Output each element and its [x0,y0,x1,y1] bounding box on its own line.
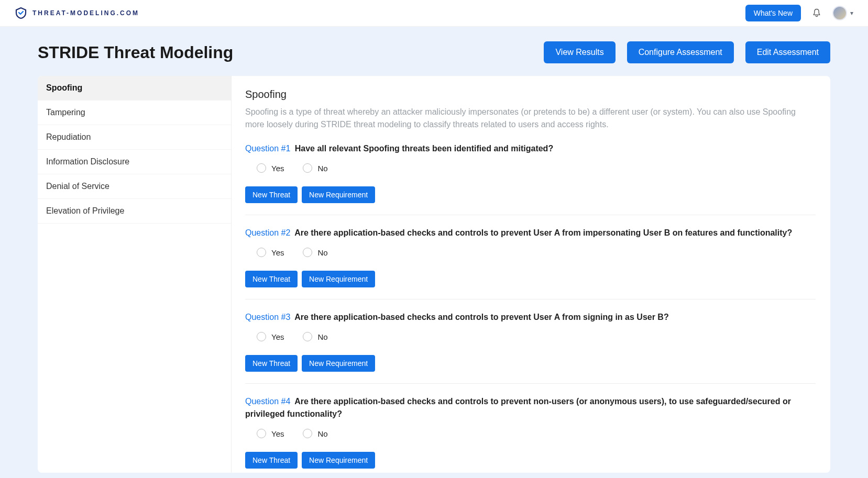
radio-row: Yes No [245,163,816,173]
new-requirement-button[interactable]: New Requirement [302,271,375,287]
question-tag: Question #3 [245,313,290,321]
radio-circle-icon [303,248,312,257]
page-title: STRIDE Threat Modeling [38,43,233,62]
action-row: New Threat New Requirement [245,452,816,469]
brand[interactable]: THREAT-MODELING.COM [15,7,139,19]
radio-circle-icon [257,248,266,257]
question-text: Are there application-based checks and c… [294,228,792,237]
radio-circle-icon [303,163,312,173]
radio-label: Yes [271,164,284,173]
radio-no[interactable]: No [303,429,327,438]
radio-no[interactable]: No [303,332,327,341]
sidebar-item-information-disclosure[interactable]: Information Disclosure [38,150,231,174]
brand-text: THREAT-MODELING.COM [32,9,139,17]
action-row: New Threat New Requirement [245,271,816,287]
view-results-button[interactable]: View Results [544,41,615,63]
action-row: New Threat New Requirement [245,186,816,203]
radio-label: No [317,164,327,173]
radio-circle-icon [257,332,266,341]
new-requirement-button[interactable]: New Requirement [302,452,375,469]
section-description: Spoofing is a type of threat whereby an … [245,106,816,131]
sidebar-item-denial-of-service[interactable]: Denial of Service [38,174,231,199]
question-block-4: Question #4 Are there application-based … [245,395,816,473]
new-requirement-button[interactable]: New Requirement [302,355,375,372]
radio-label: Yes [271,429,284,438]
avatar [832,6,847,20]
question-line: Question #1 Have all relevant Spoofing t… [245,142,816,155]
user-menu[interactable]: ▾ [832,6,853,20]
header-row: STRIDE Threat Modeling View Results Conf… [0,27,868,76]
question-block-1: Question #1 Have all relevant Spoofing t… [245,142,816,215]
topbar: THREAT-MODELING.COM What's New ▾ [0,0,868,27]
configure-assessment-button[interactable]: Configure Assessment [627,41,734,63]
content: Spoofing Spoofing is a type of threat wh… [232,76,830,473]
sidebar-item-repudiation[interactable]: Repudiation [38,125,231,150]
radio-label: No [317,429,327,438]
question-tag: Question #2 [245,228,290,237]
sidebar-item-label: Tampering [46,108,85,117]
new-threat-button[interactable]: New Threat [245,186,298,203]
section-title: Spoofing [245,88,816,101]
question-tag: Question #4 [245,397,290,406]
sidebar-item-label: Elevation of Privilege [46,206,124,215]
sidebar: Spoofing Tampering Repudiation Informati… [38,76,232,473]
sidebar-item-label: Repudiation [46,132,91,141]
radio-row: Yes No [245,332,816,341]
question-block-2: Question #2 Are there application-based … [245,227,816,299]
question-block-3: Question #3 Are there application-based … [245,311,816,384]
radio-label: No [317,332,327,341]
radio-row: Yes No [245,429,816,438]
header-actions: View Results Configure Assessment Edit A… [544,41,830,63]
sidebar-item-label: Information Disclosure [46,157,129,166]
radio-yes[interactable]: Yes [257,163,284,173]
radio-row: Yes No [245,248,816,257]
sidebar-item-tampering[interactable]: Tampering [38,101,231,125]
sidebar-item-label: Spoofing [46,83,82,92]
chevron-down-icon: ▾ [850,9,853,17]
edit-assessment-button[interactable]: Edit Assessment [745,41,830,63]
question-text: Are there application-based checks and c… [294,313,669,321]
radio-yes[interactable]: Yes [257,248,284,257]
question-text: Have all relevant Spoofing threats been … [295,144,553,153]
action-row: New Threat New Requirement [245,355,816,372]
shield-logo-icon [15,7,27,19]
question-tag: Question #1 [245,144,290,153]
radio-circle-icon [303,332,312,341]
radio-label: No [317,248,327,257]
radio-label: Yes [271,332,284,341]
radio-yes[interactable]: Yes [257,429,284,438]
sidebar-item-spoofing[interactable]: Spoofing [38,76,231,101]
question-line: Question #2 Are there application-based … [245,227,816,239]
whats-new-button[interactable]: What's New [745,5,801,21]
new-threat-button[interactable]: New Threat [245,452,298,469]
radio-yes[interactable]: Yes [257,332,284,341]
new-threat-button[interactable]: New Threat [245,271,298,287]
topbar-right: What's New ▾ [745,5,853,21]
new-requirement-button[interactable]: New Requirement [302,186,375,203]
radio-label: Yes [271,248,284,257]
radio-no[interactable]: No [303,163,327,173]
bell-icon[interactable] [811,8,822,18]
radio-no[interactable]: No [303,248,327,257]
radio-circle-icon [257,429,266,438]
question-line: Question #3 Are there application-based … [245,311,816,324]
sidebar-item-elevation-of-privilege[interactable]: Elevation of Privilege [38,199,231,224]
work-area: Spoofing Tampering Repudiation Informati… [38,76,830,473]
radio-circle-icon [257,163,266,173]
new-threat-button[interactable]: New Threat [245,355,298,372]
question-text: Are there application-based checks and c… [245,397,791,418]
radio-circle-icon [303,429,312,438]
question-line: Question #4 Are there application-based … [245,395,816,420]
sidebar-item-label: Denial of Service [46,182,109,191]
